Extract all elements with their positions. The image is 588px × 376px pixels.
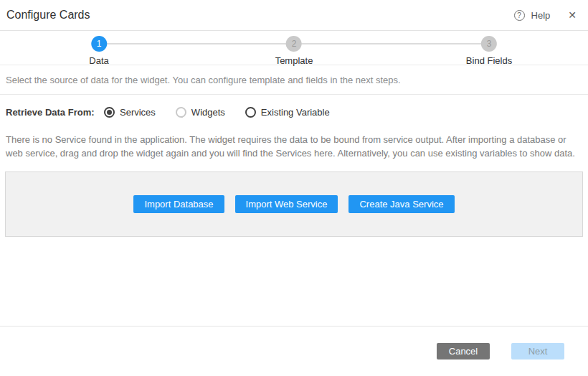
radio-option-services[interactable]: Services	[104, 107, 156, 118]
step-bind-fields[interactable]: 3 Bind Fields	[466, 36, 512, 66]
help-icon[interactable]: ?	[514, 10, 525, 21]
step-template[interactable]: 2 Template	[275, 36, 313, 66]
header-actions: ? Help ✕	[514, 10, 577, 21]
next-button[interactable]: Next	[511, 343, 564, 359]
close-icon[interactable]: ✕	[568, 10, 577, 20]
import-database-button[interactable]: Import Database	[133, 195, 224, 213]
step-2-circle: 2	[286, 36, 302, 52]
step-3-circle: 3	[481, 36, 497, 52]
step-data[interactable]: 1 Data	[89, 36, 108, 66]
existing-variable-radio[interactable]	[245, 107, 256, 118]
retrieve-data-label: Retrieve Data From:	[6, 107, 104, 118]
configure-cards-dialog: Configure Cards ? Help ✕ 1 Data 2 Templa…	[0, 0, 588, 376]
services-radio-label: Services	[120, 107, 156, 118]
services-radio[interactable]	[104, 107, 115, 118]
step-2-label: Template	[275, 55, 313, 66]
step-3-label: Bind Fields	[466, 55, 512, 66]
wizard-stepper: 1 Data 2 Template 3 Bind Fields	[0, 31, 588, 65]
service-actions-panel: Import Database Import Web Service Creat…	[5, 171, 583, 237]
step-1-label: Data	[89, 55, 108, 66]
intro-text: Select the source of data for the widget…	[0, 65, 588, 95]
radio-option-widgets[interactable]: Widgets	[176, 107, 225, 118]
no-service-notice: There is no Service found in the applica…	[6, 133, 582, 160]
page-title: Configure Cards	[6, 9, 90, 22]
import-web-service-button[interactable]: Import Web Service	[235, 195, 338, 213]
help-link[interactable]: Help	[531, 10, 551, 21]
radio-option-existing-variable[interactable]: Existing Variable	[245, 107, 330, 118]
create-java-service-button[interactable]: Create Java Service	[348, 195, 454, 213]
dialog-header: Configure Cards ? Help ✕	[0, 0, 588, 31]
widgets-radio-label: Widgets	[191, 107, 225, 118]
data-source-radio-group: Services Widgets Existing Variable	[104, 107, 350, 118]
existing-variable-radio-label: Existing Variable	[261, 107, 330, 118]
cancel-button[interactable]: Cancel	[437, 343, 490, 359]
widgets-radio	[176, 107, 186, 118]
step-1-circle: 1	[91, 36, 107, 52]
retrieve-data-row: Retrieve Data From: Services Widgets Exi…	[0, 95, 588, 119]
footer-actions: Cancel Next	[0, 326, 588, 359]
